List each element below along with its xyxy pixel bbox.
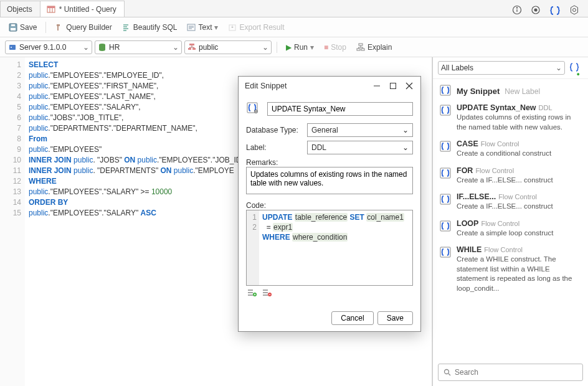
snippet-icon xyxy=(439,252,452,260)
save-label: Save xyxy=(20,23,37,32)
chevron-down-icon: ▾ xyxy=(310,43,314,52)
toolbar-primary: Save Query Builder Beautify SQL Text ▾ E… xyxy=(0,17,588,37)
database-icon xyxy=(98,43,107,52)
hammer-icon xyxy=(55,23,64,32)
schema-combo[interactable]: public ⌄ xyxy=(184,40,272,54)
code-content: SELECTpublic."EMPLOYEES"."EMPLOYEE_ID",p… xyxy=(25,57,248,386)
schema-icon xyxy=(187,43,196,52)
text-icon xyxy=(187,23,196,32)
explain-label: Explain xyxy=(368,43,392,52)
chevron-down-icon: ⌄ xyxy=(173,43,179,52)
chevron-down-icon: ⌄ xyxy=(402,126,409,134)
snippet-item[interactable]: IF...ELSE...Flow Control Create a IF...E… xyxy=(433,189,588,215)
tab-objects[interactable]: Objects xyxy=(0,1,40,17)
stop-icon: ■ xyxy=(324,43,328,52)
remarks-label: Remarks: xyxy=(246,158,413,167)
dialog-title: Edit Snippet xyxy=(245,82,287,90)
svg-rect-16 xyxy=(9,45,16,50)
settings-icon[interactable] xyxy=(569,5,579,18)
database-combo[interactable]: HR ⌄ xyxy=(95,40,182,54)
snippet-name-input[interactable] xyxy=(267,102,413,116)
snippet-code-editor[interactable]: 12 UPDATE table_reference SET col_name1 … xyxy=(246,210,413,286)
svg-rect-24 xyxy=(361,49,364,50)
svg-rect-21 xyxy=(192,48,196,50)
svg-rect-22 xyxy=(359,44,363,45)
snippets-icon[interactable] xyxy=(549,5,561,18)
run-label: Run xyxy=(294,43,308,52)
save-button[interactable]: Save xyxy=(5,21,40,34)
chevron-down-icon: ⌄ xyxy=(83,43,89,52)
stop-button: ■ Stop xyxy=(320,41,350,54)
svg-rect-35 xyxy=(391,83,396,89)
snippet-header-icon xyxy=(439,84,452,98)
text-label: Text xyxy=(198,23,212,32)
label-label: Label: xyxy=(246,143,302,152)
refresh-snippets-icon[interactable]: ● xyxy=(569,62,583,75)
snippet-item[interactable]: WHILEFlow Control Create a WHILE constru… xyxy=(433,242,588,297)
db-label: HR xyxy=(109,43,120,52)
snippets-panel: All Labels ⌄ ● My Snippet New Label UPDA… xyxy=(432,57,588,386)
play-icon: ▶ xyxy=(286,43,292,52)
svg-rect-8 xyxy=(47,6,55,8)
snippet-icon xyxy=(246,101,261,116)
svg-point-2 xyxy=(516,7,517,8)
search-input[interactable] xyxy=(455,368,577,377)
dialog-save-button[interactable]: Save xyxy=(377,311,413,325)
tab-query[interactable]: * Untitled - Query xyxy=(40,1,125,17)
svg-rect-20 xyxy=(188,48,191,50)
info-icon[interactable] xyxy=(512,5,522,18)
code-label: Code: xyxy=(246,201,413,210)
chevron-down-icon: ⌄ xyxy=(262,43,268,52)
svg-point-4 xyxy=(534,9,537,11)
db-type-label: Database Type: xyxy=(246,126,302,134)
chevron-down-icon: ▾ xyxy=(214,23,218,32)
stop-label: Stop xyxy=(331,43,346,52)
remove-param-icon[interactable] xyxy=(262,288,272,299)
snippet-item[interactable]: FORFlow Control Create a IF...ELSE... co… xyxy=(433,162,588,189)
add-param-icon[interactable] xyxy=(247,288,257,299)
snippet-search[interactable] xyxy=(438,364,583,381)
line-gutter: 123456789101112131415 xyxy=(0,57,25,386)
svg-point-17 xyxy=(11,47,12,48)
snippet-item[interactable]: CASEFlow Control Create a conditional co… xyxy=(433,136,588,162)
query-builder-button[interactable]: Query Builder xyxy=(51,21,115,34)
qb-label: Query Builder xyxy=(66,23,111,32)
edit-snippet-dialog: Edit Snippet Database Type: General⌄ Lab… xyxy=(238,76,421,332)
cancel-button[interactable]: Cancel xyxy=(331,311,373,325)
text-button[interactable]: Text ▾ xyxy=(183,21,222,34)
snippet-icon xyxy=(439,110,452,118)
server-label: Server 9.1.0.0 xyxy=(19,43,66,52)
explain-button[interactable]: Explain xyxy=(353,41,396,54)
svg-rect-13 xyxy=(11,24,15,26)
tab-objects-label: Objects xyxy=(7,5,32,14)
chevron-down-icon: ⌄ xyxy=(402,143,409,152)
db-type-select[interactable]: General⌄ xyxy=(307,123,413,137)
snippet-item[interactable]: UPDATE Syntax_NewDDL Updates columns of … xyxy=(433,100,588,136)
label-filter-value: All Labels xyxy=(441,64,473,72)
snippet-icon xyxy=(439,172,452,181)
remarks-input[interactable] xyxy=(246,167,413,194)
table-icon xyxy=(47,5,55,14)
snippet-icon xyxy=(439,146,452,154)
target-icon[interactable] xyxy=(531,5,541,18)
svg-rect-23 xyxy=(357,49,360,50)
label-select[interactable]: DDL⌄ xyxy=(307,141,413,154)
beautify-icon xyxy=(122,23,131,32)
minimize-button[interactable] xyxy=(372,81,382,91)
server-combo[interactable]: Server 9.1.0.0 ⌄ xyxy=(5,40,92,54)
svg-marker-5 xyxy=(571,6,578,14)
beautify-button[interactable]: Beautify SQL xyxy=(118,21,181,34)
snippet-header-title: My Snippet xyxy=(457,87,500,96)
svg-point-6 xyxy=(573,9,576,12)
svg-point-32 xyxy=(445,370,449,374)
close-button[interactable] xyxy=(404,81,414,91)
tab-query-label: * Untitled - Query xyxy=(59,5,116,14)
snippet-icon xyxy=(439,199,452,207)
maximize-button[interactable] xyxy=(388,81,398,91)
label-filter-combo[interactable]: All Labels ⌄ xyxy=(438,61,565,75)
beautify-label: Beautify SQL xyxy=(133,23,178,32)
snippet-item[interactable]: LOOPFlow Control Create a simple loop co… xyxy=(433,215,588,242)
search-icon xyxy=(443,369,451,376)
run-button[interactable]: ▶ Run ▾ xyxy=(282,41,318,54)
svg-line-33 xyxy=(448,374,450,375)
